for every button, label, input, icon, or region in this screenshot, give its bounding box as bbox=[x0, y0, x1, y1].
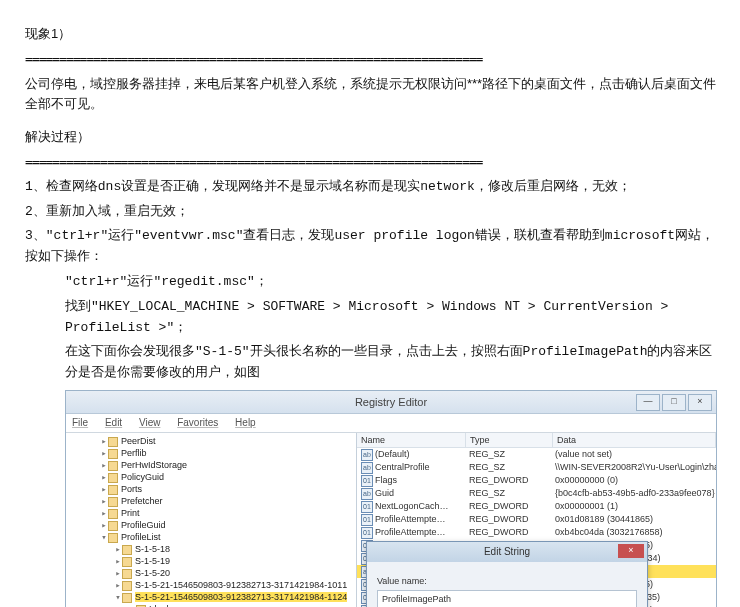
para-symptom: 公司停电，域控服务器挂掉，来电后某客户机登入系统，系统提示无权限访问***路径下… bbox=[25, 74, 720, 116]
tree-item[interactable]: ▸Print bbox=[66, 507, 356, 519]
tree-item[interactable]: ▾S-1-5-21-1546509803-912382713-317142198… bbox=[66, 591, 356, 603]
menu-edit[interactable]: Edit bbox=[105, 417, 122, 428]
heading-symptom: 现象1） bbox=[25, 24, 720, 45]
registry-tree[interactable]: ▸PeerDist▸Perflib▸PerHwIdStorage▸PolicyG… bbox=[66, 433, 357, 607]
tree-item[interactable]: ▸S-1-5-19 bbox=[66, 555, 356, 567]
value-row[interactable]: ab(Default)REG_SZ(value not set) bbox=[357, 448, 716, 461]
step-1: 1、检查网络dns设置是否正确，发现网络并不是显示域名称而是现实network，… bbox=[25, 177, 720, 198]
substep-3: 在这下面你会发现很多"S-1-5"开头很长名称的一些目录，点击上去，按照右面Pr… bbox=[65, 342, 720, 384]
menu-bar: File Edit View Favorites Help bbox=[66, 414, 716, 433]
tree-item[interactable]: ▸PolicyGuid bbox=[66, 471, 356, 483]
separator: ========================================… bbox=[25, 152, 720, 173]
menu-help[interactable]: Help bbox=[235, 417, 256, 428]
tree-item[interactable]: ▸Ports bbox=[66, 483, 356, 495]
tree-item[interactable]: ▸Prefetcher bbox=[66, 495, 356, 507]
tree-item[interactable]: ▸PeerDist bbox=[66, 435, 356, 447]
substep-1: "ctrl+r"运行"regedit.msc"； bbox=[65, 272, 720, 293]
menu-file[interactable]: File bbox=[72, 417, 88, 428]
close-button[interactable]: × bbox=[688, 394, 712, 411]
step-2: 2、重新加入域，重启无效； bbox=[25, 202, 720, 223]
separator: ========================================… bbox=[25, 49, 720, 70]
tree-item[interactable]: ▸S-1-5-20 bbox=[66, 567, 356, 579]
menu-favorites[interactable]: Favorites bbox=[177, 417, 218, 428]
value-row[interactable]: 01ProfileAttempte…REG_DWORD0xb4bc04da (3… bbox=[357, 526, 716, 539]
maximize-button[interactable]: □ bbox=[662, 394, 686, 411]
value-row[interactable]: abGuidREG_SZ{b0c4cfb-ab53-49b5-adf0-233a… bbox=[357, 487, 716, 500]
window-title: Registry Editor bbox=[355, 396, 427, 408]
dialog-close-button[interactable]: × bbox=[618, 544, 644, 558]
tree-item[interactable]: ▸ProfileGuid bbox=[66, 519, 356, 531]
dialog-title: Edit String bbox=[484, 546, 530, 557]
tree-item[interactable]: ▸Perflib bbox=[66, 447, 356, 459]
value-row[interactable]: abCentralProfileREG_SZ\\WIN-SEVER2008R2\… bbox=[357, 461, 716, 474]
field-value-name[interactable]: ProfileImagePath bbox=[377, 590, 637, 607]
substep-2: 找到"HKEY_LOCAL_MACHINE > SOFTWARE > Micro… bbox=[65, 297, 720, 339]
value-row[interactable]: 01NextLogonCach…REG_DWORD0x00000001 (1) bbox=[357, 500, 716, 513]
heading-solution: 解决过程） bbox=[25, 127, 720, 148]
tree-item[interactable]: ▸Ideploy bbox=[66, 603, 356, 607]
tree-item[interactable]: ▸PerHwIdStorage bbox=[66, 459, 356, 471]
value-row[interactable]: 01ProfileAttempte…REG_DWORD0x01d08189 (3… bbox=[357, 513, 716, 526]
window-title-bar[interactable]: Registry Editor — □ × bbox=[66, 391, 716, 414]
tree-item[interactable]: ▸S-1-5-18 bbox=[66, 543, 356, 555]
minimize-button[interactable]: — bbox=[636, 394, 660, 411]
dialog-title-bar[interactable]: Edit String × bbox=[367, 542, 647, 562]
menu-view[interactable]: View bbox=[139, 417, 161, 428]
step-3: 3、"ctrl+r"运行"eventvwr.msc"查看日志，发现user pr… bbox=[25, 226, 720, 268]
value-row[interactable]: 01FlagsREG_DWORD0x00000000 (0) bbox=[357, 474, 716, 487]
tree-item[interactable]: ▸S-1-5-21-1546509803-912382713-317142198… bbox=[66, 579, 356, 591]
tree-item[interactable]: ▾ProfileList bbox=[66, 531, 356, 543]
label-value-name: Value name: bbox=[377, 574, 637, 588]
edit-string-dialog: Edit String × Value name: ProfileImagePa… bbox=[366, 541, 648, 607]
registry-editor-window: Registry Editor — □ × File Edit View Fav… bbox=[65, 390, 717, 607]
